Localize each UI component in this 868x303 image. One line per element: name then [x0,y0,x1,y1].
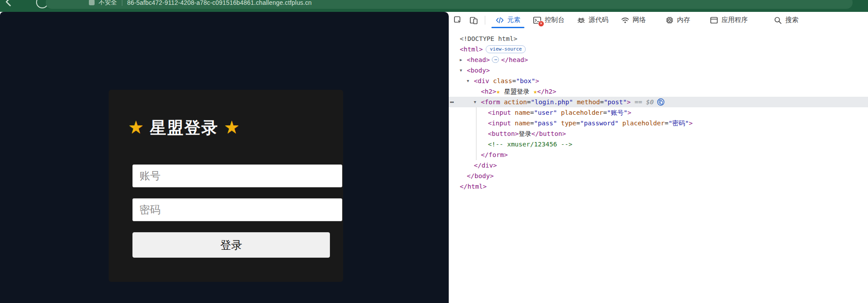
collapse-arrow-icon[interactable]: ▼ [474,97,476,107]
code-segment-star: ★ [496,88,500,95]
code-segment-punct: = [530,120,534,127]
code-segment-val: "user" [534,109,557,116]
code-segment-hint: == $0 [631,99,654,106]
login-box: ★星盟登录★ 登录 [109,90,343,282]
code-segment-tag: <input [488,109,511,116]
devtools-code-line[interactable]: ▼<div class="box"> [449,76,868,86]
devtools-code-line[interactable]: ▶<head>⋯</head> [449,55,868,65]
tab-console[interactable]: ✕控制台 [527,12,571,28]
wifi-icon [621,16,630,25]
devtools-tabs: 元素✕控制台源代码网络内存应用程序搜索 [489,12,868,28]
tab-sources[interactable]: 源代码 [571,12,615,28]
elements-tree: <!DOCTYPE html><html>view-source▶<head>⋯… [449,33,868,192]
expand-arrow-icon[interactable]: ▶ [460,55,462,65]
password-input[interactable] [132,198,342,221]
code-segment-tag: <form [481,99,500,106]
code-segment-text: 登录 [519,130,531,137]
code-segment-badge-dots[interactable]: ⋯ [492,56,499,63]
collapse-arrow-icon[interactable]: ▼ [460,65,462,76]
code-segment-val: "box" [516,77,535,84]
devtools-code-line[interactable]: <!-- xmuser/123456 --> [449,139,868,150]
tab-application[interactable]: 应用程序 [703,12,754,28]
reveal-pages-icon[interactable] [657,98,665,106]
devtools-code-line[interactable]: <input name="pass" type="password" place… [449,118,868,128]
code-segment-attr: method [573,99,600,106]
search-icon [773,16,782,25]
tab-label: 元素 [507,16,520,24]
code-segment-tag: > [627,99,631,106]
code-segment-val: "post" [604,99,626,106]
code-segment-tag: </body> [467,172,494,179]
code-segment-tag: > [535,77,539,84]
code-segment-attr: placeholder [619,120,665,127]
url-text[interactable]: 86-5afbc472-9112-4208-a78c-c091516b4861.… [127,0,312,6]
window-icon [710,16,718,25]
devtools-code-line[interactable]: </div> [449,160,868,171]
not-secure-label[interactable]: 不安全 [99,0,117,7]
login-button[interactable]: 登录 [132,232,330,258]
back-icon[interactable] [4,0,15,7]
console-error-badge: ✕ [538,21,544,27]
code-segment-attr: class [489,77,512,84]
code-segment-tag: > [689,120,693,127]
devtools-code-line[interactable]: </html> [449,181,868,192]
code-segment-attr: placeholder [557,109,603,116]
devtools-code-line[interactable]: <button>登录</button> [449,128,868,139]
code-segment-tag: <input [488,120,511,127]
collapse-arrow-icon[interactable]: ▼ [467,76,469,86]
tab-search[interactable]: 搜索 [767,12,805,28]
code-segment-tag: </html> [460,183,487,190]
devtools-code-line[interactable]: <html>view-source [449,44,868,55]
star-icon: ★ [128,117,145,137]
devtools-code-line-selected[interactable]: ⋯▼<form action="login.php" method="post"… [449,97,868,107]
tab-label: 控制台 [545,16,564,24]
code-segment-attr: name [511,109,530,116]
code-segment-val: "密码" [668,120,689,127]
devtools-code-line[interactable]: <input name="user" placeholder="账号"> [449,107,868,118]
page-info-icon[interactable] [89,0,95,5]
code-segment-val: "账号" [607,109,627,116]
code-segment-val: "password" [580,120,619,127]
code-segment-val: "login.php" [531,99,573,106]
code-segment-tag: <button> [488,130,519,137]
devtools-code-line[interactable]: ▼<body> [449,65,868,76]
address-bar[interactable]: 不安全 86-5afbc472-9112-4208-a78c-c091516b4… [46,0,853,9]
tab-network[interactable]: 网络 [615,12,652,28]
device-toolbar-button[interactable] [467,14,480,27]
more-actions-icon[interactable]: ⋯ [450,97,454,107]
code-segment-punct: = [527,99,531,106]
tab-elements[interactable]: 元素 [489,12,527,28]
code-segment-tag: </div> [474,162,497,169]
code-segment-tag: </button> [531,130,566,137]
code-segment-tag: </h2> [537,88,557,95]
code-segment-tag: <div [474,77,489,84]
devtools-panel: 元素✕控制台源代码网络内存应用程序搜索 <!DOCTYPE html><html… [449,12,868,303]
page-title-text: 星盟登录 [150,119,219,137]
address-divider [122,0,122,6]
inspect-element-button[interactable] [451,14,465,27]
devtools-code-line[interactable]: </form> [449,150,868,160]
code-segment-attr: action [500,99,527,106]
code-segment-star: ★ [533,88,537,95]
code-segment-punct: = [576,120,580,127]
code-segment-tag: <html> [460,46,483,53]
code-segment-punct: = [512,77,516,84]
code-segment-text: 星盟登录 [500,88,533,95]
tab-label: 源代码 [589,16,608,24]
tab-label: 搜索 [785,16,798,24]
code-segment-doctype: <!DOCTYPE html> [460,35,517,42]
devtools-code-line[interactable]: <h2>★ 星盟登录 ★</h2> [449,86,868,97]
page-title: ★星盟登录★ [128,117,241,139]
code-segment-attr: type [557,120,576,127]
code-icon [495,16,504,25]
devtools-code-line[interactable]: </body> [449,171,868,181]
devtools-toolbar: 元素✕控制台源代码网络内存应用程序搜索 [449,12,868,28]
bug-icon [577,16,586,25]
code-segment-badge-pill[interactable]: view-source [486,45,526,53]
code-segment-tag: > [627,109,631,116]
tab-memory[interactable]: 内存 [659,12,696,28]
account-input[interactable] [132,164,342,187]
code-segment-tag: <body> [467,67,490,74]
devtools-code-line[interactable]: <!DOCTYPE html> [449,33,868,44]
toolbar-separator [485,16,485,25]
